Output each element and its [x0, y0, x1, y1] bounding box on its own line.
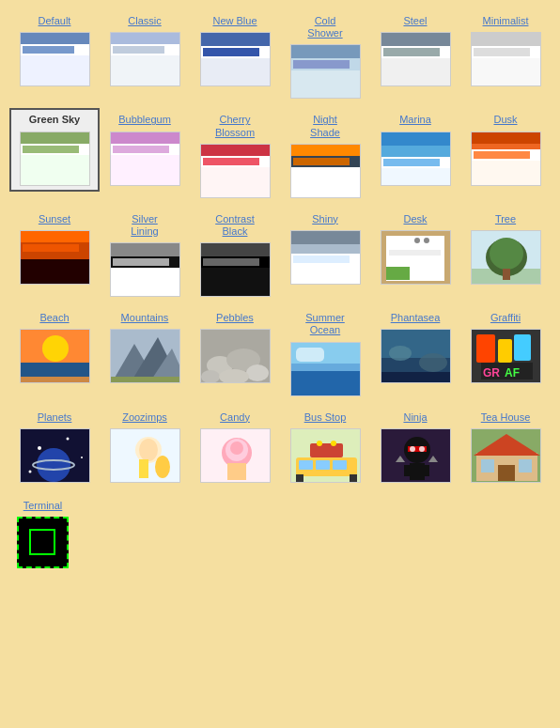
- svg-rect-19: [381, 58, 451, 86]
- theme-green-sky[interactable]: Green Sky: [9, 108, 100, 191]
- theme-zoozimps-preview: [110, 428, 180, 483]
- theme-pebbles[interactable]: Pebbles: [190, 306, 280, 389]
- theme-desk[interactable]: Desk: [370, 208, 460, 290]
- svg-point-91: [201, 370, 220, 383]
- svg-rect-31: [111, 155, 180, 186]
- svg-rect-86: [111, 377, 180, 383]
- theme-marina[interactable]: Marina: [370, 108, 460, 191]
- theme-silver-lining[interactable]: SilverLining: [100, 208, 190, 302]
- theme-steel-preview: [381, 32, 451, 86]
- svg-rect-13: [291, 45, 361, 58]
- theme-candy-preview: [200, 428, 271, 483]
- theme-contrast-black[interactable]: ContrastBlack: [190, 208, 280, 302]
- theme-ninja-label: Ninja: [403, 411, 427, 424]
- theme-green-sky-label: Green Sky: [29, 114, 80, 126]
- theme-bus-stop-preview: [290, 428, 361, 483]
- theme-mountains[interactable]: Mountains: [100, 306, 190, 389]
- theme-steel[interactable]: Steel: [370, 9, 460, 92]
- svg-text:AF: AF: [505, 366, 520, 379]
- theme-bubblegum-label: Bubblegum: [118, 114, 171, 126]
- svg-point-111: [66, 437, 69, 440]
- svg-point-114: [37, 448, 70, 482]
- theme-phantasea-preview: [381, 329, 451, 383]
- theme-contrast-black-preview: [200, 242, 271, 297]
- svg-rect-23: [472, 58, 541, 86]
- svg-rect-35: [201, 167, 271, 198]
- svg-rect-47: [472, 144, 541, 149]
- svg-rect-30: [113, 146, 169, 153]
- theme-candy-label: Candy: [220, 411, 250, 424]
- theme-planets-label: Planets: [38, 411, 72, 424]
- svg-rect-42: [381, 146, 451, 157]
- theme-bubblegum-preview: [110, 132, 180, 186]
- svg-rect-72: [386, 267, 410, 280]
- svg-rect-142: [404, 465, 412, 476]
- svg-rect-119: [139, 459, 148, 478]
- theme-cold-shower-preview: [290, 44, 361, 99]
- svg-rect-65: [293, 256, 350, 263]
- theme-ninja[interactable]: Ninja: [370, 406, 460, 488]
- svg-rect-18: [383, 48, 440, 56]
- theme-classic[interactable]: Classic: [100, 9, 190, 92]
- svg-point-140: [419, 446, 425, 452]
- theme-contrast-black-label: ContrastBlack: [215, 213, 255, 238]
- theme-zoozimps[interactable]: Zoozimps: [100, 406, 190, 488]
- svg-rect-49: [472, 161, 541, 186]
- svg-rect-33: [201, 145, 271, 156]
- theme-new-blue[interactable]: New Blue: [190, 9, 280, 92]
- theme-default-label: Default: [39, 15, 71, 27]
- svg-rect-3: [21, 55, 90, 86]
- theme-green-sky-preview: [20, 132, 90, 186]
- theme-dusk[interactable]: Dusk: [460, 108, 551, 191]
- svg-rect-130: [333, 460, 347, 470]
- theme-sunset-preview: [20, 230, 90, 285]
- theme-summer-ocean[interactable]: SummerOcean: [280, 306, 370, 401]
- svg-rect-66: [291, 265, 361, 285]
- svg-rect-129: [316, 460, 330, 470]
- theme-cherry-blossom[interactable]: CherryBlossom: [190, 108, 280, 203]
- theme-steel-label: Steel: [403, 15, 427, 27]
- theme-graffiti-preview: GR AF: [471, 329, 541, 383]
- theme-minimalist-label: Minimalist: [483, 15, 529, 27]
- theme-planets-preview: [20, 428, 90, 483]
- svg-rect-52: [23, 244, 79, 252]
- svg-point-112: [81, 457, 83, 458]
- theme-sunset[interactable]: Sunset: [9, 208, 100, 290]
- theme-cold-shower-label: ColdShower: [307, 15, 342, 39]
- svg-rect-57: [111, 268, 180, 297]
- theme-minimalist[interactable]: Minimalist: [460, 9, 551, 92]
- theme-bubblegum[interactable]: Bubblegum: [100, 108, 190, 191]
- theme-cold-shower[interactable]: ColdShower: [280, 9, 370, 104]
- svg-rect-151: [519, 459, 532, 472]
- theme-tea-house-preview: [471, 428, 541, 483]
- theme-default[interactable]: Default: [9, 9, 100, 92]
- theme-phantasea[interactable]: Phantasea: [370, 306, 460, 389]
- svg-rect-37: [291, 145, 361, 156]
- theme-bus-stop-label: Bus Stop: [304, 411, 347, 424]
- svg-point-99: [389, 346, 412, 361]
- svg-rect-60: [203, 258, 259, 266]
- svg-rect-128: [299, 460, 313, 470]
- svg-rect-63: [291, 231, 361, 244]
- svg-rect-15: [291, 70, 361, 99]
- theme-graffiti[interactable]: Graffiti GR AF: [460, 306, 551, 389]
- svg-rect-131: [296, 474, 303, 482]
- svg-text:GR: GR: [483, 366, 500, 379]
- svg-rect-43: [383, 159, 440, 166]
- theme-candy[interactable]: Candy: [190, 406, 280, 488]
- theme-night-shade[interactable]: NightShade: [280, 108, 370, 203]
- theme-beach[interactable]: Beach: [9, 306, 100, 389]
- theme-tree[interactable]: Tree: [460, 208, 551, 290]
- theme-shiny[interactable]: Shiny: [280, 208, 370, 290]
- theme-beach-preview: [20, 329, 90, 383]
- theme-planets[interactable]: Planets: [9, 406, 100, 488]
- theme-bus-stop[interactable]: Bus Stop: [280, 406, 370, 488]
- theme-tea-house[interactable]: Tea House: [460, 406, 551, 488]
- theme-silver-lining-preview: [110, 242, 180, 297]
- theme-pebbles-preview: [200, 329, 271, 383]
- svg-point-110: [38, 446, 41, 450]
- svg-rect-104: [498, 339, 512, 363]
- theme-mountains-label: Mountains: [121, 312, 169, 324]
- svg-rect-27: [21, 155, 90, 186]
- theme-terminal[interactable]: Terminal: [13, 494, 72, 574]
